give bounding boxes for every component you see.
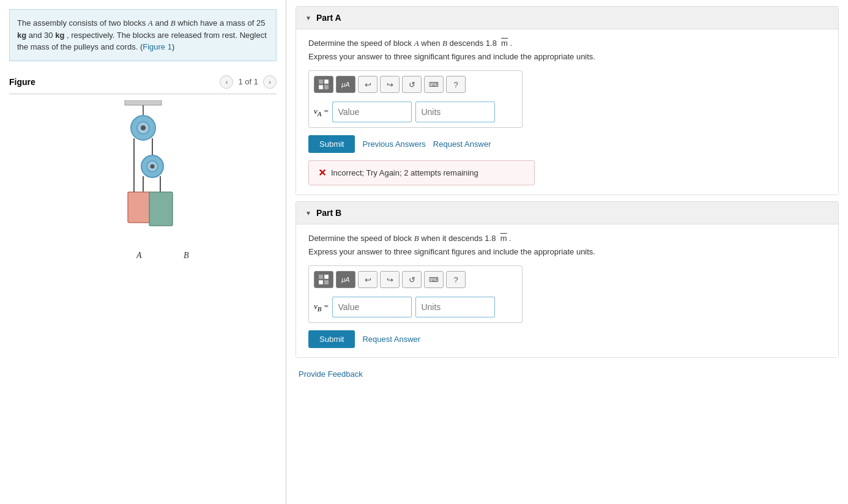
figure-next-btn[interactable]: › (263, 75, 277, 89)
part-a-submit-btn[interactable]: Submit (308, 135, 355, 153)
svg-text:A: A (136, 251, 142, 259)
part-b-action-row: Submit Request Answer (308, 330, 826, 348)
part-b-undo-btn[interactable]: ↩ (358, 271, 378, 288)
part-b-mu-btn[interactable]: μA (336, 271, 355, 288)
part-a-undo-btn[interactable]: ↩ (358, 76, 378, 93)
part-a-grid-btn[interactable] (314, 76, 333, 93)
part-a-units-input[interactable] (415, 102, 495, 122)
part-a-reset-btn[interactable]: ↺ (402, 76, 422, 93)
part-b-help-btn[interactable]: ? (446, 271, 466, 288)
mass-b-unit: kg (55, 31, 64, 40)
pulley-figure: A B (88, 100, 198, 259)
part-a-input-row: vA = (314, 102, 517, 122)
figure-header: Figure ‹ 1 of 1 › (9, 70, 277, 94)
svg-rect-24 (324, 280, 329, 284)
part-a-var-label: vA = (314, 106, 329, 117)
part-b-keyboard-btn[interactable]: ⌨ (424, 271, 444, 288)
error-icon: ✕ (318, 167, 326, 179)
part-b-redo-btn[interactable]: ↪ (380, 271, 400, 288)
part-b-submit-btn[interactable]: Submit (308, 330, 355, 348)
part-a-input-box: μA ↩ ↪ ↺ ⌨ ? vA = (308, 70, 523, 128)
part-a-value-input[interactable] (332, 102, 412, 122)
part-a-toolbar: μA ↩ ↪ ↺ ⌨ ? (314, 76, 517, 97)
part-b-grid-btn[interactable] (314, 271, 333, 288)
part-b-header[interactable]: ▼ Part B (296, 202, 838, 224)
mass-a-unit: kg (17, 31, 26, 40)
part-b-input-row: vB = (314, 297, 517, 317)
svg-rect-18 (324, 80, 329, 84)
part-a-question: Determine the speed of block A when B de… (308, 39, 826, 48)
part-a-help-btn[interactable]: ? (446, 76, 466, 93)
svg-rect-17 (319, 80, 323, 84)
part-a-title: Part A (316, 13, 341, 23)
part-b-request-answer-link[interactable]: Request Answer (362, 335, 420, 344)
part-b-title: Part B (316, 208, 341, 218)
figure-title: Figure (9, 77, 35, 87)
part-b-chevron: ▼ (305, 210, 311, 217)
right-panel: ▼ Part A Determine the speed of block A … (286, 0, 848, 504)
svg-rect-23 (319, 280, 323, 284)
block-a-label: A (148, 18, 153, 28)
part-a-content: Determine the speed of block A when B de… (296, 29, 838, 195)
svg-rect-0 (125, 100, 162, 105)
part-b-value-input[interactable] (332, 297, 412, 317)
part-a-redo-btn[interactable]: ↪ (380, 76, 400, 93)
part-a-chevron: ▼ (305, 15, 311, 21)
provide-feedback-section: Provide Feedback (286, 364, 848, 391)
part-a-mu-btn[interactable]: μA (336, 76, 355, 93)
part-b-section: ▼ Part B Determine the speed of block B … (296, 201, 839, 358)
figure-canvas: A B (9, 94, 277, 505)
svg-point-4 (141, 125, 146, 130)
part-a-error-box: ✕ Incorrect; Try Again; 2 attempts remai… (308, 160, 535, 185)
part-b-units-input[interactable] (415, 297, 495, 317)
figure-nav: ‹ 1 of 1 › (220, 75, 277, 89)
figure-page: 1 of 1 (238, 77, 258, 86)
problem-text: The assembly consists of two blocks A an… (9, 9, 277, 61)
part-a-express: Express your answer to three significant… (308, 52, 826, 61)
figure-section: Figure ‹ 1 of 1 › (0, 70, 286, 505)
part-b-question: Determine the speed of block B when it d… (308, 234, 826, 243)
provide-feedback-link[interactable]: Provide Feedback (299, 369, 363, 379)
part-b-reset-btn[interactable]: ↺ (402, 271, 422, 288)
svg-rect-19 (319, 85, 323, 89)
part-b-content: Determine the speed of block B when it d… (296, 224, 838, 357)
part-a-request-answer-link[interactable]: Request Answer (433, 139, 491, 149)
left-panel: The assembly consists of two blocks A an… (0, 0, 286, 504)
part-b-input-box: μA ↩ ↪ ↺ ⌨ ? vB = (308, 265, 523, 323)
block-b-label: B (171, 18, 176, 28)
part-a-action-row: Submit Previous Answers Request Answer (308, 135, 826, 153)
svg-rect-13 (149, 192, 173, 226)
svg-text:B: B (184, 251, 189, 259)
svg-rect-22 (324, 275, 329, 279)
part-a-prev-answers-link[interactable]: Previous Answers (362, 139, 425, 149)
figure-link[interactable]: Figure 1 (143, 42, 172, 51)
part-b-var-label: vB = (314, 302, 329, 313)
part-b-express: Express your answer to three significant… (308, 247, 826, 256)
part-a-keyboard-btn[interactable]: ⌨ (424, 76, 444, 93)
svg-rect-12 (128, 192, 151, 223)
svg-point-9 (150, 164, 154, 168)
svg-rect-20 (324, 85, 329, 89)
part-a-header[interactable]: ▼ Part A (296, 7, 838, 29)
figure-prev-btn[interactable]: ‹ (220, 75, 233, 89)
svg-rect-21 (319, 275, 323, 279)
part-b-toolbar: μA ↩ ↪ ↺ ⌨ ? (314, 271, 517, 292)
part-a-section: ▼ Part A Determine the speed of block A … (296, 6, 839, 195)
part-a-error-text: Incorrect; Try Again; 2 attempts remaini… (331, 168, 478, 177)
